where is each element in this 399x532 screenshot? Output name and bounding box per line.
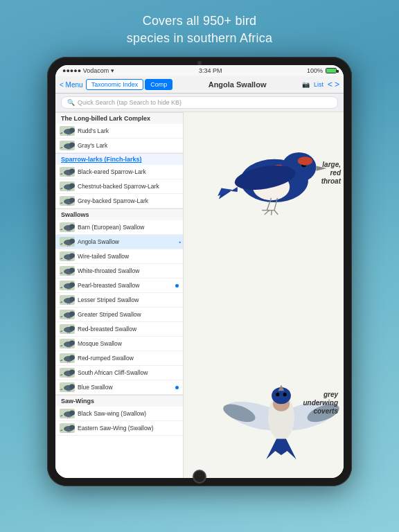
svg-line-38: [67, 260, 69, 261]
svg-line-34: [69, 245, 70, 247]
list-item[interactable]: Greater Striped Swallow: [55, 308, 183, 322]
bird-thumbnail: [60, 409, 75, 418]
species-list[interactable]: The Long-billed Lark Complex Rudd's Lark…: [55, 112, 184, 478]
bird-illustration-perched: [212, 119, 337, 230]
svg-line-44: [69, 274, 70, 276]
battery-fill: [326, 69, 336, 73]
svg-marker-52: [60, 301, 62, 303]
svg-marker-12: [60, 173, 62, 175]
search-bar: 🔍 Quick Search (tap Search to hide KB): [55, 94, 344, 112]
main-content: The Long-billed Lark Complex Rudd's Lark…: [55, 112, 344, 478]
ipad-frame: ●●●●● Vodacom ▾ 3:34 PM 100% < Menu Taxo…: [47, 57, 352, 486]
svg-marker-119: [266, 439, 296, 459]
svg-line-89: [69, 417, 70, 418]
nav-arrows: < >: [328, 80, 339, 89]
svg-marker-17: [60, 188, 62, 189]
arrow-left-button[interactable]: <: [328, 80, 332, 89]
svg-marker-37: [60, 258, 62, 259]
list-item[interactable]: South African Cliff-Swallow: [55, 366, 183, 380]
species-name: Black Saw-wing (Swallow): [78, 410, 179, 417]
home-button[interactable]: [193, 470, 206, 484]
list-item[interactable]: Wire-tailed Swallow: [55, 249, 183, 264]
svg-line-68: [67, 347, 69, 348]
list-item[interactable]: Red-rumped Swallow: [55, 351, 183, 366]
status-left: ●●●●● Vodacom ▾: [62, 67, 114, 74]
status-bar: ●●●●● Vodacom ▾ 3:34 PM 100%: [55, 65, 344, 76]
svg-line-54: [69, 303, 70, 305]
species-name: Eastern Saw-Wing (Swallow): [78, 425, 179, 432]
list-item[interactable]: Pearl-breasted Swallow: [55, 278, 183, 293]
list-button[interactable]: List: [314, 81, 323, 88]
list-item[interactable]: Blue Swallow: [55, 380, 183, 395]
svg-point-16: [69, 184, 75, 188]
search-input[interactable]: 🔍 Quick Search (tap Search to hide KB): [61, 96, 338, 109]
bird-thumbnail: [60, 126, 75, 136]
svg-line-78: [67, 376, 69, 378]
camera-icon[interactable]: 📷: [302, 81, 310, 88]
list-item[interactable]: Chestnut-backed Sparrow-Lark: [55, 179, 183, 194]
bird-thumbnail: [60, 181, 75, 191]
svg-point-46: [69, 283, 75, 287]
svg-line-13: [67, 175, 69, 177]
svg-point-111: [298, 157, 312, 166]
species-name: Mosque Swallow: [78, 340, 179, 347]
svg-marker-7: [60, 147, 62, 148]
svg-line-4: [69, 134, 70, 136]
bird-thumbnail: [60, 141, 75, 150]
list-item[interactable]: Eastern Saw-Wing (Swallow): [55, 421, 183, 436]
list-item[interactable]: Red-breasted Swallow: [55, 322, 183, 337]
ipad-screen: ●●●●● Vodacom ▾ 3:34 PM 100% < Menu Taxo…: [55, 65, 344, 478]
list-item[interactable]: Gray's Lark: [55, 139, 183, 153]
list-item[interactable]: Mosque Swallow: [55, 337, 183, 351]
list-item[interactable]: Black Saw-wing (Swallow): [55, 407, 183, 421]
tab-comp[interactable]: Comp: [145, 79, 172, 90]
bird-thumbnail: [60, 167, 75, 177]
list-item[interactable]: Lesser Striped Swallow: [55, 293, 183, 308]
section-header-sparrow-larks[interactable]: Sparrow-larks (Finch-larks): [55, 153, 183, 165]
species-name: Lesser Striped Swallow: [78, 296, 179, 303]
bird-thumbnail: [60, 251, 75, 261]
svg-line-94: [69, 432, 70, 433]
svg-point-86: [69, 411, 75, 416]
svg-point-51: [69, 297, 75, 302]
svg-line-9: [69, 149, 70, 150]
bird-thumbnail: [60, 382, 75, 392]
list-item[interactable]: White-throated Swallow: [55, 264, 183, 278]
nav-title-section: Angola Swallow: [175, 80, 299, 89]
species-name: Wire-tailed Swallow: [78, 253, 179, 260]
svg-line-48: [67, 289, 69, 290]
svg-point-31: [69, 239, 75, 244]
list-item[interactable]: Angola Swallow: [55, 235, 183, 249]
svg-point-122: [283, 393, 287, 396]
bird-thumbnail: [60, 222, 75, 232]
dot-indicator: [175, 284, 179, 287]
bird-thumbnail: [60, 368, 75, 378]
species-name: Red-breasted Swallow: [78, 326, 179, 332]
bird-thumbnail: [60, 324, 75, 334]
back-button[interactable]: < Menu: [60, 81, 83, 89]
species-name: Chestnut-backed Sparrow-Lark: [78, 183, 179, 190]
list-item[interactable]: Barn (European) Swallow: [55, 220, 183, 235]
svg-marker-82: [60, 389, 62, 390]
bird-thumbnail: [60, 237, 75, 247]
tab-taxonomic[interactable]: Taxonomic Index: [86, 79, 144, 90]
species-name: Pearl-breasted Swallow: [78, 282, 172, 289]
svg-line-3: [67, 134, 69, 136]
list-item[interactable]: Rudd's Lark: [55, 124, 183, 139]
species-name: Rudd's Lark: [78, 127, 179, 134]
species-name: Blue Swallow: [78, 384, 172, 391]
svg-point-76: [69, 370, 75, 375]
svg-line-84: [69, 391, 70, 392]
svg-marker-62: [60, 330, 62, 332]
svg-point-11: [69, 169, 75, 174]
list-item[interactable]: Black-eared Sparrow-Lark: [55, 165, 183, 179]
bird-thumbnail: [60, 423, 75, 433]
nav-tabs: Taxonomic Index Comp: [86, 79, 173, 90]
nav-actions: 📷 List < >: [302, 80, 339, 89]
svg-line-19: [69, 190, 70, 191]
annotation-bottom: grey underwing coverts: [303, 391, 338, 416]
svg-point-6: [69, 143, 75, 148]
arrow-right-button[interactable]: >: [335, 80, 339, 89]
dot-indicator: [175, 386, 179, 389]
list-item[interactable]: Grey-backed Sparrow-Lark: [55, 194, 183, 209]
